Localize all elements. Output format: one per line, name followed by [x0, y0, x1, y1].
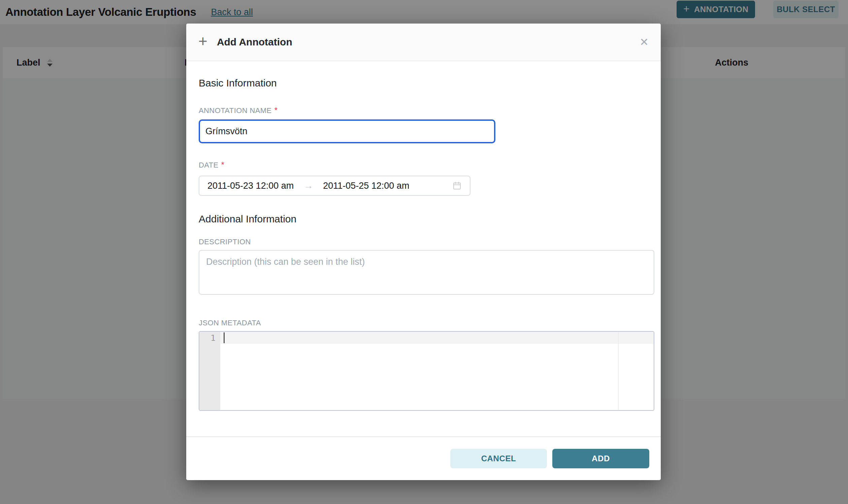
required-asterisk: *: [275, 106, 278, 114]
cancel-button[interactable]: CANCEL: [450, 449, 547, 468]
screen: Annotation Layer Volcanic Eruptions Back…: [0, 0, 848, 504]
range-arrow-icon: →: [304, 181, 313, 191]
date-range-picker[interactable]: 2011-05-23 12:00 am → 2011-05-25 12:00 a…: [199, 176, 470, 196]
add-button[interactable]: ADD: [552, 449, 649, 468]
editor-line-number: 1: [200, 332, 220, 344]
modal-footer: CANCEL ADD: [186, 436, 661, 480]
json-metadata-label: JSON METADATA: [199, 319, 261, 327]
plus-icon: +: [198, 33, 207, 49]
modal-title: Add Annotation: [217, 36, 292, 48]
calendar-icon: [452, 181, 462, 191]
editor-print-margin: [618, 332, 619, 410]
editor-gutter: 1: [200, 332, 220, 410]
editor-cursor: [224, 332, 225, 343]
close-icon[interactable]: ✕: [640, 37, 648, 48]
annotation-name-input[interactable]: [199, 120, 496, 143]
add-annotation-modal: + Add Annotation ✕ Basic Information ANN…: [186, 23, 661, 480]
description-label: DESCRIPTION: [199, 237, 251, 246]
description-textarea[interactable]: [199, 250, 654, 295]
json-metadata-editor[interactable]: 1: [199, 331, 654, 411]
modal-header: + Add Annotation ✕: [186, 23, 661, 61]
date-range-start[interactable]: 2011-05-23 12:00 am: [207, 181, 294, 191]
date-range-end[interactable]: 2011-05-25 12:00 am: [323, 181, 409, 191]
annotation-name-label: ANNOTATION NAME *: [199, 106, 277, 115]
basic-information-heading: Basic Information: [199, 77, 277, 89]
required-asterisk: *: [221, 161, 225, 169]
date-label: DATE *: [199, 161, 224, 169]
additional-information-heading: Additional Information: [199, 213, 296, 225]
editor-active-line: [200, 332, 654, 344]
